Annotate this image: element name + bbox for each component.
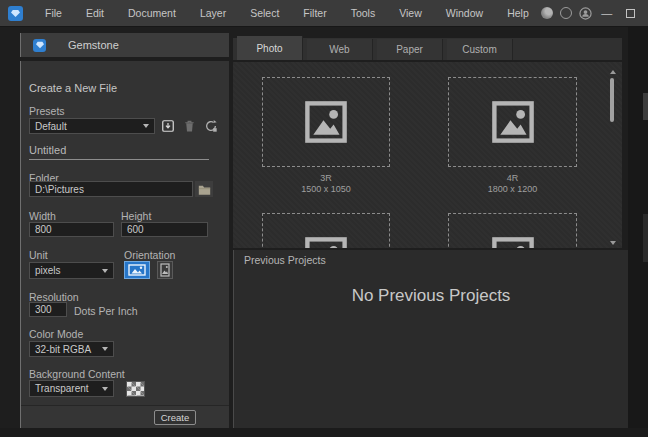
color-mode-dropdown[interactable]: 32-bit RGBA — [29, 341, 114, 357]
folder-path-input[interactable] — [29, 181, 193, 197]
collapsed-panel-handle[interactable] — [643, 214, 648, 262]
width-label: Width — [29, 210, 56, 222]
presets-value: Default — [35, 121, 139, 132]
template-thumbnail — [262, 213, 390, 248]
create-button[interactable]: Create — [154, 410, 196, 425]
delete-preset-icon[interactable] — [181, 118, 197, 134]
menu-layer[interactable]: Layer — [188, 0, 238, 27]
chevron-down-icon — [102, 347, 108, 351]
panel-title: Create a New File — [29, 82, 117, 94]
template-size: 1500 x 1050 — [262, 184, 390, 194]
gemstone-logo-icon — [33, 39, 46, 52]
tab-web[interactable]: Web — [307, 39, 373, 60]
resolution-unit-label: Dots Per Inch — [74, 305, 138, 317]
presets-label: Presets — [29, 105, 65, 117]
template-thumbnail — [448, 213, 577, 248]
scrollbar-thumb[interactable] — [610, 78, 614, 122]
gemstone-header: Gemstone — [20, 33, 229, 57]
panel-footer: Create — [21, 405, 229, 428]
image-placeholder-icon — [491, 100, 535, 144]
create-new-file-panel: Create a New File Presets Default Folder… — [20, 61, 229, 428]
reset-preset-icon[interactable] — [203, 118, 219, 134]
template-partial[interactable] — [262, 213, 390, 248]
template-size: 1800 x 1200 — [448, 184, 577, 194]
chevron-down-icon — [143, 124, 149, 128]
unit-value: pixels — [35, 265, 98, 276]
menu-tools[interactable]: Tools — [339, 0, 388, 27]
chevron-down-icon — [102, 387, 108, 391]
menu-window[interactable]: Window — [434, 0, 495, 27]
template-tab-bar: Photo Web Paper Custom — [233, 38, 622, 60]
resolution-input[interactable] — [29, 302, 67, 317]
template-3r[interactable]: 3R 1500 x 1050 — [262, 77, 390, 194]
menu-document[interactable]: Document — [116, 0, 188, 27]
collapsed-panel-handle[interactable] — [643, 93, 648, 120]
menu-bar: File Edit Document Layer Select Filter T… — [33, 0, 541, 27]
image-placeholder-icon — [304, 100, 348, 144]
menu-filter[interactable]: Filter — [291, 0, 338, 27]
gemstone-logo-icon — [8, 6, 23, 21]
menu-select[interactable]: Select — [238, 0, 291, 27]
template-name: 4R — [448, 173, 577, 183]
bell-icon[interactable] — [560, 7, 572, 19]
tab-paper[interactable]: Paper — [377, 39, 443, 60]
template-grid: 3R 1500 x 1050 4R 1800 x 1200 — [233, 62, 622, 248]
previous-projects-header: Previous Projects — [244, 254, 326, 266]
template-name: 3R — [262, 173, 390, 183]
background-content-dropdown[interactable]: Transparent — [29, 380, 114, 397]
menu-view[interactable]: View — [387, 0, 434, 27]
title-bar: File Edit Document Layer Select Filter T… — [0, 0, 648, 27]
menu-file[interactable]: File — [33, 0, 74, 27]
width-input[interactable] — [29, 222, 114, 237]
template-scrollbar[interactable] — [609, 62, 616, 248]
maximize-button[interactable] — [626, 9, 635, 18]
globe-icon[interactable] — [541, 7, 553, 19]
previous-projects-panel: Previous Projects No Previous Projects — [233, 250, 628, 428]
scroll-down-icon[interactable] — [610, 241, 616, 245]
menu-edit[interactable]: Edit — [74, 0, 116, 27]
image-placeholder-icon — [304, 236, 348, 248]
background-content-label: Background Content — [29, 368, 125, 380]
right-edge-strip — [628, 27, 648, 437]
portrait-icon[interactable] — [157, 261, 173, 279]
folder-browse-button[interactable] — [195, 181, 213, 197]
landscape-icon[interactable] — [124, 261, 150, 279]
transparent-checkerboard-swatch — [126, 381, 145, 397]
color-mode-value: 32-bit RGBA — [35, 344, 98, 355]
app-name-label: Gemstone — [68, 39, 119, 51]
background-content-value: Transparent — [35, 383, 98, 394]
previous-projects-empty-text: No Previous Projects — [234, 286, 628, 306]
menu-help[interactable]: Help — [495, 0, 541, 27]
height-input[interactable] — [121, 222, 208, 237]
template-partial[interactable] — [448, 213, 577, 248]
template-thumbnail — [262, 77, 390, 167]
bottom-edge-strip — [0, 428, 648, 437]
template-thumbnail — [448, 77, 577, 167]
file-name-input[interactable] — [29, 144, 209, 160]
minimize-button[interactable]: — — [599, 0, 615, 27]
chevron-down-icon — [102, 269, 108, 273]
folder-icon — [198, 184, 211, 195]
save-preset-icon[interactable] — [160, 118, 176, 134]
scroll-up-icon[interactable] — [610, 70, 616, 74]
color-mode-label: Color Mode — [29, 328, 83, 340]
unit-label: Unit — [29, 249, 48, 261]
tab-custom[interactable]: Custom — [447, 39, 513, 60]
image-placeholder-icon — [491, 236, 535, 248]
height-label: Height — [121, 210, 151, 222]
account-icon[interactable] — [579, 7, 592, 20]
presets-dropdown[interactable]: Default — [29, 118, 155, 134]
app-window: File Edit Document Layer Select Filter T… — [0, 0, 648, 437]
template-4r[interactable]: 4R 1800 x 1200 — [448, 77, 577, 194]
tab-photo[interactable]: Photo — [237, 36, 303, 60]
unit-dropdown[interactable]: pixels — [29, 262, 114, 279]
orientation-label: Orientation — [124, 249, 175, 261]
